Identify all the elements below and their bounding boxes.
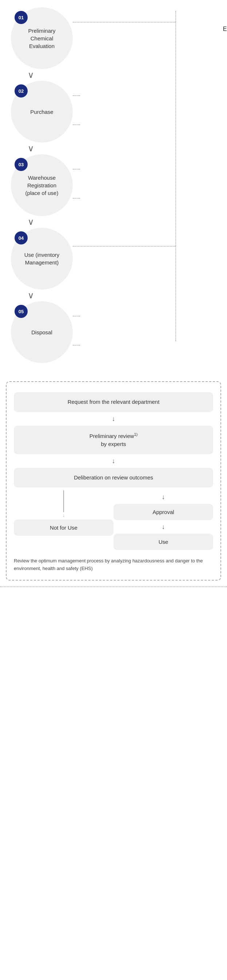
page-wrapper: 01 PreliminaryChemicalEvaluation Prelimi… [0,0,227,587]
left-outcome-col: ↓ Not for Use [14,487,113,550]
step-1-row: 01 PreliminaryChemicalEvaluation Prelimi… [11,4,227,69]
use-box: Use [113,534,213,550]
step-5-label: Disposal [24,328,60,336]
step-3-label: WarehouseRegistration(place of use) [18,174,66,197]
step-5-badge: 05 [14,305,28,318]
step-2-badge: 02 [14,84,28,97]
step-1-circle: 01 PreliminaryChemicalEvaluation [11,7,73,69]
step-5-circle-wrapper: 05 Disposal [11,301,73,363]
steps-section: 01 PreliminaryChemicalEvaluation Prelimi… [0,0,227,370]
step-3-badge: 03 [14,158,28,171]
preliminary-review-text: Preliminary review1)by experts [89,433,138,447]
review-section: Request from the relevant department ↓ P… [6,381,221,581]
approval-text: Approval [152,509,174,515]
request-box: Request from the relevant department [14,392,213,412]
not-for-use-box: Not for Use [14,519,113,536]
split-section: ↓ Not for Use ↓ Approval ↓ Use [14,487,213,550]
h-dotted-1 [73,22,176,22]
step-3-circle: 03 WarehouseRegistration(place of use) [11,154,73,216]
preliminary-system-label: PreliminaryChemicalEvaluation System [220,7,227,33]
step-4-row: 04 Use (inventoryManagement) InventorySy… [11,228,227,290]
deliberation-text: Deliberation on review outcomes [74,474,153,480]
bottom-dotted-line [0,586,227,587]
step-2-row: 02 Purchase [11,81,227,143]
review-arrow-2: ↓ [14,457,213,465]
step-1-circle-wrapper: 01 PreliminaryChemicalEvaluation [11,7,73,69]
left-vert-line [63,490,64,512]
approval-arrow: ↓ [162,493,165,501]
h-dotted-5b [73,345,80,345]
step-1-label: PreliminaryChemicalEvaluation [21,27,63,50]
review-arrow-1: ↓ [14,415,213,423]
h-dotted-2b [73,124,80,125]
use-text: Use [159,539,168,545]
deliberation-box: Deliberation on review outcomes [14,468,213,488]
h-dotted-3b [73,198,80,199]
not-for-use-text: Not for Use [50,525,78,531]
left-arrow-indicator: ↓ [63,512,65,518]
step-5-row: 05 Disposal [11,301,227,370]
arrow-1: ∨ [27,71,35,79]
step-1-badge: 01 [14,11,28,24]
h-dotted-3a [73,169,80,170]
footer-text: Review the optimum management process by… [14,558,203,571]
h-dotted-5a [73,316,80,317]
step-4-badge: 04 [14,231,28,245]
footer-note: Review the optimum management process by… [14,557,213,573]
arrow-3: ∨ [27,218,35,226]
h-dotted-4 [73,246,176,247]
step-3-circle-wrapper: 03 WarehouseRegistration(place of use) [11,154,73,216]
right-outcome-col: ↓ Approval ↓ Use [113,487,213,550]
request-text: Request from the relevant department [68,399,160,405]
step-2-circle-wrapper: 02 Purchase [11,81,73,143]
step-5-circle: 05 Disposal [11,301,73,363]
step-4-label: Use (inventoryManagement) [17,251,67,266]
step-2-label: Purchase [23,108,60,116]
h-dotted-2a [73,95,80,96]
inventory-system-label: InventorySystem [220,239,227,257]
step-4-circle-wrapper: 04 Use (inventoryManagement) [11,228,73,290]
approval-box: Approval [113,504,213,520]
step-4-circle: 04 Use (inventoryManagement) [11,228,73,290]
preliminary-review-box: Preliminary review1)by experts [14,426,213,454]
arrow-4: ∨ [27,291,35,300]
step-3-row: 03 WarehouseRegistration(place of use) [11,154,227,216]
arrow-2: ∨ [27,144,35,153]
use-arrow: ↓ [162,523,165,531]
step-2-circle: 02 Purchase [11,81,73,143]
